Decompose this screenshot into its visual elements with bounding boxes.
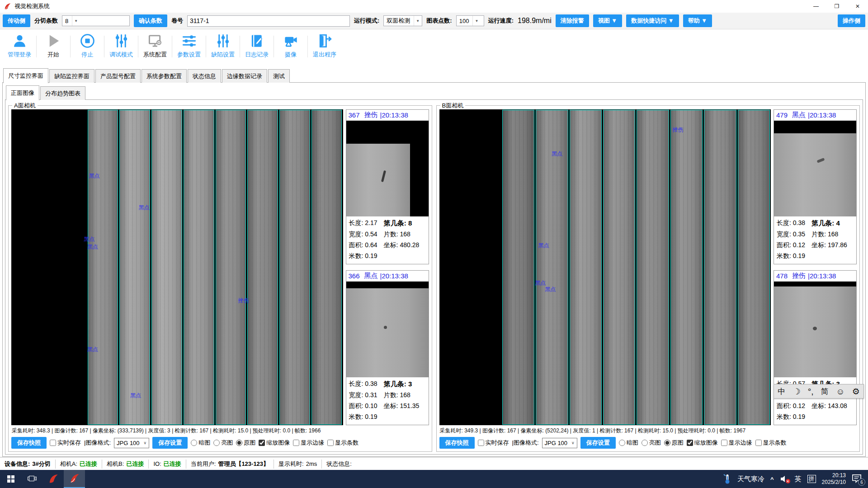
tab-size-monitor[interactable]: 尺寸监控界面: [3, 68, 48, 83]
chevron-down-icon: ▼: [414, 16, 421, 26]
image-format-select[interactable]: JPG 100∨: [114, 438, 149, 448]
debug-mode-button[interactable]: 调试模式: [104, 33, 138, 59]
operator-side-button[interactable]: 操作侧: [838, 14, 865, 27]
notification-center-button[interactable]: 6: [852, 474, 863, 484]
zoom-image-checkbox[interactable]: 缩放图像: [259, 439, 290, 447]
run-speed-label: 运行速度:: [488, 17, 514, 25]
stat-empty: [811, 413, 854, 421]
titlebar: 视觉检测系统 — ❐ ✕: [0, 0, 868, 13]
camera-a-image[interactable]: 黑点黑点黑点黑点挫伤黑点黑点: [11, 109, 343, 425]
help-menu-button[interactable]: 帮助 ▼: [683, 14, 712, 27]
main-page: 尺寸监控界面 缺陷监控界面 产品型号配置 系统参数配置 状态信息 边缘数据记录 …: [0, 65, 868, 457]
tab-system-param-config[interactable]: 系统参数配置: [142, 69, 187, 83]
tray-expand-caret[interactable]: ^: [770, 476, 774, 483]
admin-login-button[interactable]: 管理登录: [3, 33, 36, 59]
tab-defect-monitor[interactable]: 缺陷监控界面: [49, 69, 94, 83]
defect-settings-button[interactable]: 缺陷设置: [206, 33, 240, 59]
taskbar-clock[interactable]: 20:13 2025/2/10: [822, 472, 846, 486]
capture-button[interactable]: 摄像: [274, 33, 307, 59]
show-edge-checkbox[interactable]: 显示边缘: [293, 439, 324, 447]
save-snapshot-button[interactable]: 保存快照: [439, 437, 475, 449]
start-button[interactable]: 开始: [37, 33, 70, 59]
stat-width: 宽度: 0.31: [349, 391, 384, 399]
ime-emoji-icon[interactable]: ☺: [836, 387, 844, 396]
ime-settings-gear-icon[interactable]: ⚙: [852, 387, 860, 396]
tab-status-info[interactable]: 状态信息: [188, 69, 221, 83]
tab-product-model-config[interactable]: 产品型号配置: [95, 69, 141, 83]
weather-text[interactable]: 天气寒冷: [737, 475, 764, 483]
param-settings-button[interactable]: 参数设置: [172, 33, 206, 59]
stat-length: 长度: 2.17: [349, 219, 384, 228]
realtime-save-checkbox[interactable]: 实时保存: [50, 439, 81, 447]
notification-count-badge: 6: [858, 479, 865, 486]
camera-a-annotations: 黑点黑点黑点黑点挫伤黑点黑点: [11, 109, 343, 425]
defect-card[interactable]: 366 黑点 |20:13:38 长度: 0.38 第几条: 3 宽度: 0.3…: [346, 270, 429, 425]
zoom-image-checkbox[interactable]: 缩放图像: [687, 439, 718, 447]
running-app-button[interactable]: [64, 470, 85, 488]
dark-image-radio[interactable]: 暗图: [619, 439, 638, 447]
show-edge-checkbox[interactable]: 显示边缘: [721, 439, 752, 447]
ime-punctuation-mode[interactable]: °,: [808, 387, 814, 396]
original-image-radio[interactable]: 原图: [236, 439, 255, 447]
defect-thumbnail: [774, 121, 856, 216]
tab-edge-data-record[interactable]: 边缘数据记录: [222, 69, 267, 83]
window-title: 视觉检测系统: [14, 2, 50, 10]
stat-width: 宽度: 0.35: [777, 230, 811, 239]
start-button[interactable]: [0, 470, 21, 488]
stat-coord: 坐标: 143.08: [811, 402, 854, 410]
camera-b-status-line: 采集耗时: 349.3 | 图像计数: 167 | 像素坐标: (5202,24…: [439, 425, 857, 436]
ime-simplified-mode[interactable]: 简: [821, 388, 829, 395]
defect-id: 478: [776, 272, 788, 280]
camera-a-connection: 相机A:已连接: [56, 460, 102, 469]
close-button[interactable]: ✕: [847, 0, 868, 13]
application-window: 视觉检测系统 — ❐ ✕ 传动侧 分切条数 8 ▼ 确认条数 卷号 运行模式: …: [0, 0, 868, 488]
task-view-button[interactable]: [21, 470, 42, 488]
log-record-button[interactable]: 日志记录: [240, 33, 274, 59]
original-image-radio[interactable]: 原图: [664, 439, 684, 447]
muted-speaker-icon[interactable]: ✕: [780, 475, 789, 483]
dark-image-radio[interactable]: 暗图: [191, 439, 210, 447]
show-strip-count-checkbox[interactable]: 显示条数: [755, 439, 787, 447]
tab-distribution-trend-chart[interactable]: 分布趋势图表: [40, 86, 85, 100]
bright-image-radio[interactable]: 亮图: [642, 439, 661, 447]
ime-pinyin-indicator[interactable]: 拼: [807, 475, 816, 483]
defect-card[interactable]: 367 挫伤 |20:13:38 长度: 2.17 第几条: 8 宽度: 0.5…: [346, 109, 429, 264]
stop-button[interactable]: 停止: [71, 33, 104, 59]
drive-side-button[interactable]: 传动侧: [3, 14, 30, 27]
bright-image-radio[interactable]: 亮图: [213, 439, 233, 447]
roll-number-input[interactable]: [187, 15, 350, 27]
defect-time: |20:13:38: [380, 272, 408, 280]
view-menu-button[interactable]: 视图 ▼: [593, 14, 622, 27]
run-mode-select[interactable]: 双面检测 ▼: [383, 15, 422, 26]
strip-count-select[interactable]: 8 ▼: [62, 15, 130, 26]
defect-card[interactable]: 479 黑点 |20:13:38 长度: 0.38 第几条: 4 宽度: 0.3…: [774, 109, 857, 264]
stat-width: 宽度: 0.54: [349, 230, 384, 239]
chevron-down-icon: ∨: [144, 441, 147, 445]
realtime-save-checkbox[interactable]: 实时保存: [478, 439, 509, 447]
language-indicator[interactable]: 英: [795, 475, 802, 483]
ime-chinese-mode[interactable]: 中: [778, 388, 785, 395]
show-strip-count-checkbox[interactable]: 显示条数: [327, 439, 359, 447]
exit-program-button[interactable]: 退出程序: [308, 33, 341, 59]
defect-type: 黑点: [792, 111, 806, 119]
clear-alarm-button[interactable]: 清除报警: [556, 14, 589, 27]
tab-front-image[interactable]: 正面图像: [6, 85, 39, 100]
save-snapshot-button[interactable]: 保存快照: [11, 437, 47, 449]
camera-b-image[interactable]: 挫伤黑点黑点黑点黑点: [439, 109, 771, 425]
image-format-select[interactable]: JPG 100∨: [542, 438, 577, 448]
minimize-button[interactable]: —: [806, 0, 826, 13]
stat-meters: 米数: 0.19: [777, 252, 811, 260]
save-settings-button[interactable]: 保存设置: [152, 437, 188, 449]
data-quick-access-button[interactable]: 数据快捷访问 ▼: [626, 14, 679, 27]
weather-thermometer-icon[interactable]: [722, 474, 731, 484]
ime-fullwidth-moon-icon[interactable]: ☽: [793, 387, 800, 396]
tab-test[interactable]: 测试: [268, 69, 290, 83]
save-settings-button[interactable]: 保存设置: [580, 437, 616, 449]
chart-points-select[interactable]: 100 ▼: [456, 15, 484, 26]
pinned-app-button[interactable]: [42, 470, 64, 488]
maximize-button[interactable]: ❐: [826, 0, 847, 13]
system-config-button[interactable]: 系统配置: [138, 33, 172, 59]
defect-annotation: 黑点: [87, 346, 98, 353]
defect-card[interactable]: 478 挫伤 |20:13:38 长度: 0.57 第几条: 3 宽度: 0.2…: [774, 270, 857, 425]
confirm-count-button[interactable]: 确认条数: [134, 14, 167, 27]
